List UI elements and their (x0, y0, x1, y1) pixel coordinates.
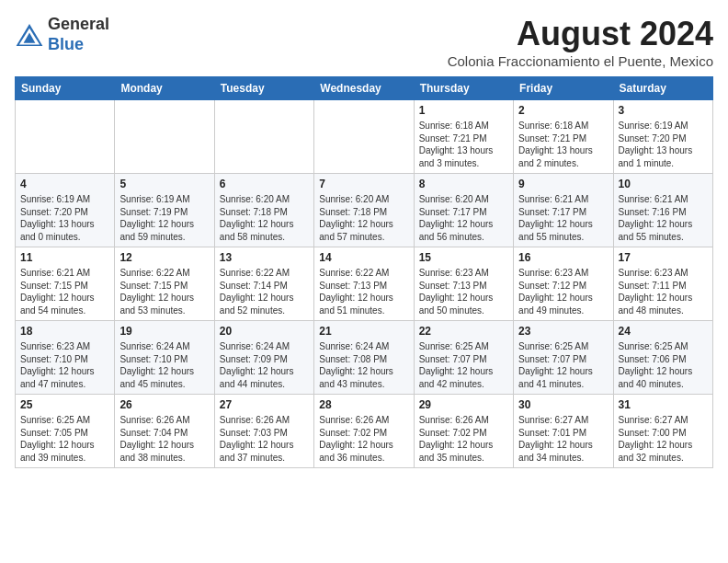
day-info: Sunrise: 6:22 AMSunset: 7:15 PMDaylight:… (119, 267, 209, 316)
day-info: Sunrise: 6:19 AMSunset: 7:19 PMDaylight:… (119, 193, 209, 243)
day-info: Sunrise: 6:27 AMSunset: 7:01 PMDaylight:… (518, 414, 608, 464)
day-info: Sunrise: 6:24 AMSunset: 7:10 PMDaylight:… (119, 340, 209, 390)
day-number: 24 (619, 325, 708, 338)
day-info: Sunrise: 6:23 AMSunset: 7:11 PMDaylight:… (619, 267, 708, 316)
day-number: 1 (419, 104, 508, 117)
day-info: Sunrise: 6:20 AMSunset: 7:18 PMDaylight:… (220, 193, 309, 243)
day-number: 13 (220, 251, 309, 264)
cell-content: 30Sunrise: 6:27 AMSunset: 7:01 PMDayligh… (518, 398, 608, 464)
calendar-cell: 29Sunrise: 6:26 AMSunset: 7:02 PMDayligh… (414, 395, 513, 468)
day-number: 8 (419, 178, 508, 190)
logo-icon (15, 22, 44, 48)
cell-content: 17Sunrise: 6:23 AMSunset: 7:11 PMDayligh… (619, 251, 708, 316)
cell-content: 29Sunrise: 6:26 AMSunset: 7:02 PMDayligh… (419, 398, 508, 464)
calendar-cell: 2Sunrise: 6:18 AMSunset: 7:21 PMDaylight… (514, 100, 613, 174)
day-info: Sunrise: 6:22 AMSunset: 7:13 PMDaylight:… (319, 267, 408, 316)
calendar-cell: 30Sunrise: 6:27 AMSunset: 7:01 PMDayligh… (514, 395, 613, 468)
day-info: Sunrise: 6:26 AMSunset: 7:02 PMDaylight:… (419, 414, 508, 464)
calendar-cell: 16Sunrise: 6:23 AMSunset: 7:12 PMDayligh… (514, 247, 613, 321)
day-header-tuesday: Tuesday (214, 77, 313, 100)
day-number: 22 (419, 325, 508, 338)
calendar-cell: 4Sunrise: 6:19 AMSunset: 7:20 PMDaylight… (16, 174, 115, 247)
cell-content: 13Sunrise: 6:22 AMSunset: 7:14 PMDayligh… (220, 251, 309, 316)
title-area: August 2024 Colonia Fraccionamiento el P… (448, 15, 713, 69)
day-info: Sunrise: 6:18 AMSunset: 7:21 PMDaylight:… (518, 120, 608, 169)
calendar-cell: 25Sunrise: 6:25 AMSunset: 7:05 PMDayligh… (16, 395, 115, 468)
day-header-thursday: Thursday (414, 77, 513, 100)
day-number: 12 (119, 251, 209, 264)
calendar-cell: 7Sunrise: 6:20 AMSunset: 7:18 PMDaylight… (314, 174, 414, 247)
day-number: 17 (619, 251, 708, 264)
calendar-cell: 15Sunrise: 6:23 AMSunset: 7:13 PMDayligh… (414, 247, 513, 321)
calendar-cell: 13Sunrise: 6:22 AMSunset: 7:14 PMDayligh… (214, 247, 313, 321)
day-info: Sunrise: 6:25 AMSunset: 7:05 PMDaylight:… (20, 414, 109, 464)
day-header-sunday: Sunday (16, 77, 115, 100)
calendar-cell (314, 100, 414, 174)
calendar-body: 1Sunrise: 6:18 AMSunset: 7:21 PMDaylight… (16, 100, 713, 468)
day-number: 7 (319, 178, 408, 190)
calendar-cell (16, 100, 115, 174)
calendar-cell: 23Sunrise: 6:25 AMSunset: 7:07 PMDayligh… (514, 321, 613, 395)
cell-content: 16Sunrise: 6:23 AMSunset: 7:12 PMDayligh… (518, 251, 608, 316)
cell-content: 20Sunrise: 6:24 AMSunset: 7:09 PMDayligh… (220, 325, 309, 390)
day-info: Sunrise: 6:19 AMSunset: 7:20 PMDaylight:… (20, 193, 109, 243)
day-info: Sunrise: 6:25 AMSunset: 7:06 PMDaylight:… (619, 340, 708, 390)
day-info: Sunrise: 6:21 AMSunset: 7:16 PMDaylight:… (619, 193, 708, 243)
cell-content: 12Sunrise: 6:22 AMSunset: 7:15 PMDayligh… (119, 251, 209, 316)
day-number: 10 (619, 178, 708, 190)
cell-content: 3Sunrise: 6:19 AMSunset: 7:20 PMDaylight… (619, 104, 708, 169)
cell-content: 8Sunrise: 6:20 AMSunset: 7:17 PMDaylight… (419, 178, 508, 243)
cell-content: 25Sunrise: 6:25 AMSunset: 7:05 PMDayligh… (20, 398, 109, 464)
calendar-cell: 17Sunrise: 6:23 AMSunset: 7:11 PMDayligh… (613, 247, 712, 321)
cell-content: 23Sunrise: 6:25 AMSunset: 7:07 PMDayligh… (518, 325, 608, 390)
day-number: 21 (319, 325, 408, 338)
calendar-cell: 9Sunrise: 6:21 AMSunset: 7:17 PMDaylight… (514, 174, 613, 247)
cell-content: 4Sunrise: 6:19 AMSunset: 7:20 PMDaylight… (20, 178, 109, 243)
day-number: 16 (518, 251, 608, 264)
day-number: 9 (518, 178, 608, 190)
cell-content: 9Sunrise: 6:21 AMSunset: 7:17 PMDaylight… (518, 178, 608, 243)
calendar-cell: 24Sunrise: 6:25 AMSunset: 7:06 PMDayligh… (613, 321, 712, 395)
day-number: 26 (119, 398, 209, 411)
calendar-cell (115, 100, 214, 174)
cell-content: 28Sunrise: 6:26 AMSunset: 7:02 PMDayligh… (319, 398, 408, 464)
calendar-cell: 19Sunrise: 6:24 AMSunset: 7:10 PMDayligh… (115, 321, 214, 395)
day-number: 5 (119, 178, 209, 190)
calendar-cell: 31Sunrise: 6:27 AMSunset: 7:00 PMDayligh… (613, 395, 712, 468)
logo-blue: Blue (48, 35, 109, 55)
calendar: SundayMondayTuesdayWednesdayThursdayFrid… (15, 76, 713, 468)
logo-text: General Blue (48, 15, 109, 54)
day-number: 20 (220, 325, 309, 338)
calendar-header: SundayMondayTuesdayWednesdayThursdayFrid… (16, 77, 713, 100)
cell-content: 19Sunrise: 6:24 AMSunset: 7:10 PMDayligh… (119, 325, 209, 390)
calendar-cell: 22Sunrise: 6:25 AMSunset: 7:07 PMDayligh… (414, 321, 513, 395)
cell-content: 10Sunrise: 6:21 AMSunset: 7:16 PMDayligh… (619, 178, 708, 243)
cell-content: 26Sunrise: 6:26 AMSunset: 7:04 PMDayligh… (119, 398, 209, 464)
day-number: 25 (20, 398, 109, 411)
calendar-cell: 3Sunrise: 6:19 AMSunset: 7:20 PMDaylight… (613, 100, 712, 174)
day-number: 28 (319, 398, 408, 411)
logo-general: General (48, 15, 109, 35)
subtitle: Colonia Fraccionamiento el Puente, Mexic… (448, 53, 713, 69)
day-info: Sunrise: 6:23 AMSunset: 7:13 PMDaylight:… (419, 267, 508, 316)
day-number: 11 (20, 251, 109, 264)
calendar-cell: 10Sunrise: 6:21 AMSunset: 7:16 PMDayligh… (613, 174, 712, 247)
day-number: 29 (419, 398, 508, 411)
day-info: Sunrise: 6:21 AMSunset: 7:15 PMDaylight:… (20, 267, 109, 316)
week-row-2: 4Sunrise: 6:19 AMSunset: 7:20 PMDaylight… (16, 174, 713, 247)
calendar-cell: 11Sunrise: 6:21 AMSunset: 7:15 PMDayligh… (16, 247, 115, 321)
cell-content: 15Sunrise: 6:23 AMSunset: 7:13 PMDayligh… (419, 251, 508, 316)
week-row-3: 11Sunrise: 6:21 AMSunset: 7:15 PMDayligh… (16, 247, 713, 321)
calendar-cell: 1Sunrise: 6:18 AMSunset: 7:21 PMDaylight… (414, 100, 513, 174)
header: General Blue August 2024 Colonia Fraccio… (15, 15, 713, 69)
calendar-cell: 27Sunrise: 6:26 AMSunset: 7:03 PMDayligh… (214, 395, 313, 468)
week-row-5: 25Sunrise: 6:25 AMSunset: 7:05 PMDayligh… (16, 395, 713, 468)
day-info: Sunrise: 6:20 AMSunset: 7:18 PMDaylight:… (319, 193, 408, 243)
day-info: Sunrise: 6:25 AMSunset: 7:07 PMDaylight:… (518, 340, 608, 390)
day-header-monday: Monday (115, 77, 214, 100)
day-info: Sunrise: 6:20 AMSunset: 7:17 PMDaylight:… (419, 193, 508, 243)
days-of-week-row: SundayMondayTuesdayWednesdayThursdayFrid… (16, 77, 713, 100)
day-number: 30 (518, 398, 608, 411)
day-info: Sunrise: 6:21 AMSunset: 7:17 PMDaylight:… (518, 193, 608, 243)
week-row-4: 18Sunrise: 6:23 AMSunset: 7:10 PMDayligh… (16, 321, 713, 395)
